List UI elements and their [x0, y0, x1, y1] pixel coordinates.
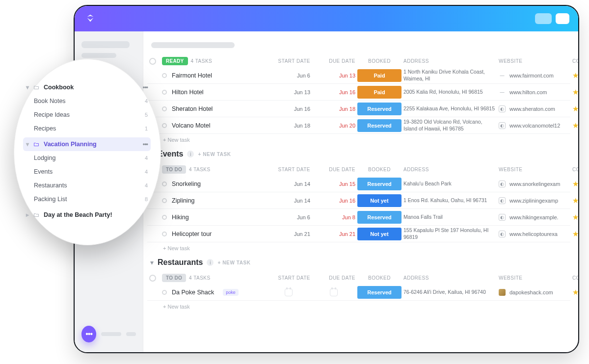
booked-cell[interactable]: Not yet	[357, 228, 402, 240]
task-name[interactable]: Helicopter tour	[162, 231, 265, 237]
due-date[interactable]: Jun 15	[312, 181, 355, 187]
website-link[interactable]: ◐www.helicoptourexa	[499, 231, 570, 237]
due-date[interactable]: Jun 13	[312, 73, 355, 78]
booked-cell[interactable]: Reserved	[357, 178, 402, 190]
sidebar-item[interactable]: Book Notes 4	[23, 94, 151, 108]
calendar-icon[interactable]	[330, 288, 338, 296]
task-row[interactable]: Da Poke Shackpoke Reserved 76-6246 Ali'i…	[147, 284, 570, 301]
website-link[interactable]: dapokeshack.com	[499, 289, 570, 296]
website-link[interactable]: ◐www.zipliningexamp	[499, 197, 570, 204]
task-name[interactable]: Hilton Hotel	[162, 89, 265, 96]
new-task-button[interactable]: + NEW TASK	[217, 260, 250, 265]
sidebar-item[interactable]: Restaurants 4	[23, 179, 151, 192]
task-name[interactable]: Da Poke Shackpoke	[162, 289, 265, 296]
chat-fab[interactable]: •••	[81, 326, 96, 342]
task-name[interactable]: Snorkeling	[162, 181, 265, 187]
calendar-icon[interactable]	[285, 288, 293, 296]
new-task-button[interactable]: + NEW TASK	[198, 152, 231, 157]
task-name[interactable]: Fairmont Hotel	[162, 72, 265, 79]
start-date[interactable]: Jun 14	[267, 181, 310, 187]
booked-cell[interactable]: Not yet	[357, 194, 402, 207]
booked-cell[interactable]: Reserved	[357, 286, 402, 299]
status-circle-icon[interactable]	[162, 232, 167, 236]
status-circle-icon[interactable]	[162, 106, 167, 111]
new-task-link[interactable]: + New task	[163, 304, 265, 310]
due-date[interactable]: Jun 8	[312, 214, 355, 220]
task-row[interactable]: Snorkeling Jun 14 Jun 15 Reserved Kahalu…	[147, 176, 570, 192]
new-task-row[interactable]: + New task	[147, 134, 570, 143]
website-link[interactable]: ◐www.sheraton.com	[499, 105, 570, 112]
start-date[interactable]: Jun 6	[267, 214, 310, 220]
sidebar-item[interactable]: Recipes 1	[23, 122, 151, 135]
start-date[interactable]: Jun 6	[267, 73, 310, 78]
chevron-icon[interactable]: ▾	[26, 84, 29, 91]
start-date[interactable]: Jun 16	[267, 106, 310, 112]
status-pill[interactable]: TO DO 4 TASKS	[162, 165, 265, 174]
booked-cell[interactable]: Reserved	[357, 103, 402, 115]
task-tag[interactable]: poke	[223, 289, 239, 296]
sidebar-folder[interactable]: ▸ Day at the Beach Party!	[23, 208, 151, 222]
due-date[interactable]: Jun 16	[312, 198, 355, 204]
task-name[interactable]: Volcano Motel	[162, 122, 265, 129]
section-title: Restaurants	[158, 258, 203, 267]
status-pill-label: READY	[162, 57, 188, 65]
due-date[interactable]: Jun 21	[312, 231, 355, 237]
status-circle-icon[interactable]	[162, 90, 167, 95]
status-pill[interactable]: TO DO 4 TASKS	[162, 274, 265, 282]
task-row[interactable]: Sheraton Hotel Jun 16 Jun 18 Reserved 22…	[147, 101, 570, 117]
section-header: ▾ Restaurants i + NEW TASK	[150, 258, 570, 267]
website-link[interactable]: ◐www.volcanomotel12	[499, 122, 570, 129]
new-task-link[interactable]: + New task	[163, 137, 265, 143]
task-name[interactable]: Hiking	[162, 214, 265, 221]
info-icon[interactable]: i	[187, 151, 194, 157]
sidebar-item[interactable]: Recipe Ideas 5	[23, 108, 151, 122]
new-task-row[interactable]: + New task	[147, 242, 570, 251]
task-row[interactable]: Volcano Motel Jun 18 Jun 20 Reserved 19-…	[147, 117, 570, 134]
website-text: www.fairmont.com	[509, 73, 554, 78]
task-row[interactable]: Fairmont Hotel Jun 6 Jun 13 Paid 1 North…	[147, 67, 570, 84]
chevron-down-icon[interactable]: ▾	[150, 259, 154, 266]
task-row[interactable]: Ziplining Jun 14 Jun 16 Not yet 1 Enos R…	[147, 192, 570, 209]
window-control-pill[interactable]	[535, 13, 552, 24]
info-icon[interactable]: i	[207, 259, 214, 266]
due-date[interactable]: Jun 16	[312, 89, 355, 95]
status-circle-icon[interactable]	[162, 182, 167, 186]
website-link[interactable]: ◐www.snorkelingexam	[499, 181, 570, 187]
website-link[interactable]: ◐www.hikingexample.	[499, 214, 570, 221]
booked-cell[interactable]: Paid	[357, 69, 402, 82]
start-date[interactable]: Jun 18	[267, 123, 310, 129]
booked-cell[interactable]: Reserved	[357, 211, 402, 224]
task-row[interactable]: Helicopter tour Jun 21 Jun 21 Not yet 15…	[147, 226, 570, 242]
due-date[interactable]: Jun 18	[312, 106, 355, 112]
task-row[interactable]: Hilton Hotel Jun 13 Jun 16 Paid 2005 Kal…	[147, 84, 570, 101]
status-pill[interactable]: READY 4 TASKS	[162, 57, 265, 65]
status-circle-icon[interactable]	[162, 123, 167, 128]
chevron-icon[interactable]: ▾	[26, 141, 29, 148]
sidebar-folder[interactable]: ▾ Cookbook •••	[23, 80, 151, 94]
sidebar-item[interactable]: Packing List 8	[23, 192, 151, 206]
start-date[interactable]: Jun 21	[267, 231, 310, 237]
website-link[interactable]: —www.hilton.com	[499, 89, 570, 96]
status-circle-icon[interactable]	[162, 290, 167, 295]
new-task-link[interactable]: + New task	[163, 245, 265, 251]
due-date[interactable]: Jun 20	[312, 123, 355, 129]
status-circle-icon[interactable]	[162, 198, 167, 203]
status-circle-icon[interactable]	[162, 73, 167, 78]
status-circle-icon[interactable]	[162, 215, 167, 220]
window-control-button[interactable]	[556, 13, 569, 24]
new-task-row[interactable]: + New task	[147, 301, 570, 310]
more-icon[interactable]: •••	[143, 141, 148, 148]
booked-cell[interactable]: Paid	[357, 86, 402, 99]
chevron-icon[interactable]: ▸	[26, 211, 29, 218]
task-name[interactable]: Ziplining	[162, 197, 265, 204]
start-date[interactable]: Jun 14	[267, 198, 310, 204]
task-row[interactable]: Hiking Jun 6 Jun 8 Reserved Manoa Falls …	[147, 209, 570, 226]
sidebar-folder[interactable]: ▾ Vacation Planning •••	[23, 137, 151, 151]
website-link[interactable]: —www.fairmont.com	[499, 72, 570, 79]
sidebar-item[interactable]: Events 4	[23, 165, 151, 179]
booked-cell[interactable]: Reserved	[357, 119, 402, 132]
sidebar-item[interactable]: Lodging 4	[23, 151, 151, 165]
task-name[interactable]: Sheraton Hotel	[162, 105, 265, 112]
more-icon[interactable]: •••	[143, 84, 148, 91]
start-date[interactable]: Jun 13	[267, 89, 310, 95]
